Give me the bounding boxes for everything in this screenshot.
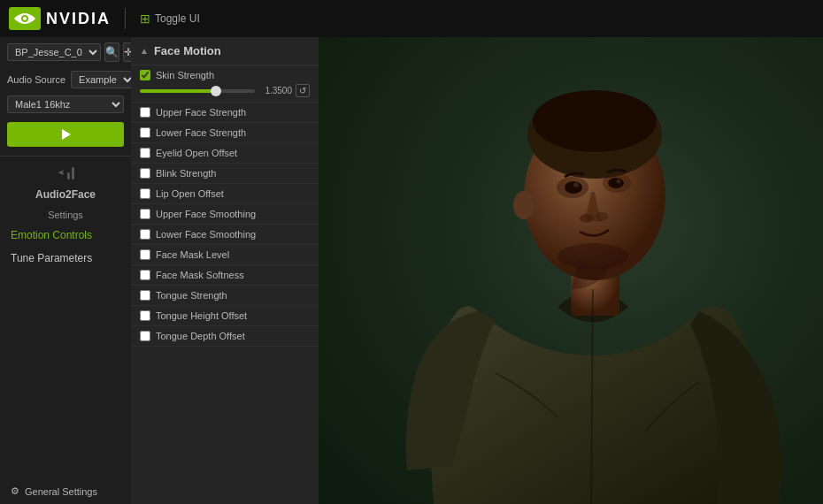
character-svg xyxy=(319,37,823,504)
face-mask-level-checkbox[interactable] xyxy=(140,249,150,260)
general-settings-row[interactable]: ⚙ General Settings xyxy=(0,478,131,504)
param-row-upper-face-strength: Upper Face Strength xyxy=(131,103,319,123)
eyelid-open-offset-checkbox[interactable] xyxy=(140,148,150,158)
lower-face-smoothing-checkbox[interactable] xyxy=(140,229,150,240)
param-row-lower-face-strength: Lower Face Strength xyxy=(131,123,319,143)
toggle-ui-button[interactable]: ⊞ Toggle UI xyxy=(140,11,200,26)
topbar-divider xyxy=(125,8,126,29)
face-mask-softness-label: Face Mask Softness xyxy=(156,270,310,280)
audio-source-select[interactable]: Example xyxy=(71,71,135,88)
tongue-height-offset-label: Tongue Height Offset xyxy=(156,310,310,321)
search-button[interactable]: 🔍 xyxy=(104,42,119,62)
blink-strength-checkbox[interactable] xyxy=(140,168,150,179)
audio-source-row: Audio Source Example xyxy=(0,67,131,92)
character-container xyxy=(319,37,823,504)
svg-point-12 xyxy=(608,178,624,188)
left-panel: BP_Jesse_C_0 🔍 ✛ Audio Source Example Ma… xyxy=(0,37,131,504)
upper-face-smoothing-label: Upper Face Smoothing xyxy=(156,209,310,219)
bp-dropdown-row: BP_Jesse_C_0 🔍 ✛ xyxy=(0,37,131,67)
character-viewport xyxy=(319,37,823,504)
skin-strength-slider[interactable] xyxy=(140,89,255,93)
topbar: NVIDIA ⊞ Toggle UI xyxy=(0,0,823,37)
param-row-lower-face-smoothing: Lower Face Smoothing xyxy=(131,225,319,245)
audio2face-title: Audio2Face xyxy=(0,183,131,206)
param-row-tongue-height-offset: Tongue Height Offset xyxy=(131,306,319,326)
blink-strength-label: Blink Strength xyxy=(156,168,310,179)
param-row-tongue-depth-offset: Tongue Depth Offset xyxy=(131,326,319,347)
gear-icon: ⚙ xyxy=(11,485,19,497)
waveform-bars xyxy=(67,164,74,179)
svg-point-14 xyxy=(617,179,621,184)
svg-marker-2 xyxy=(62,129,71,140)
svg-point-7 xyxy=(533,90,657,152)
skin-strength-top: Skin Strength xyxy=(140,70,310,80)
lip-open-offset-checkbox[interactable] xyxy=(140,188,150,199)
settings-label: Settings xyxy=(0,206,131,224)
svg-point-16 xyxy=(596,212,608,221)
svg-point-13 xyxy=(573,182,579,187)
skin-strength-label: Skin Strength xyxy=(156,70,214,80)
general-settings-label: General Settings xyxy=(25,486,97,497)
tongue-depth-offset-label: Tongue Depth Offset xyxy=(156,331,310,341)
param-row-skin-strength: Skin Strength 1.3500 ↺ xyxy=(131,65,319,103)
lower-face-smoothing-label: Lower Face Smoothing xyxy=(156,229,310,240)
upper-face-strength-checkbox[interactable] xyxy=(140,107,150,118)
param-row-eyelid-open-offset: Eyelid Open Offset xyxy=(131,143,319,164)
svg-point-15 xyxy=(580,214,594,223)
nav-emotion-controls[interactable]: Emotion Controls xyxy=(0,224,131,247)
face-mask-level-label: Face Mask Level xyxy=(156,249,310,260)
lip-open-offset-label: Lip Open Offset xyxy=(156,188,310,199)
eyelid-open-offset-label: Eyelid Open Offset xyxy=(156,148,310,158)
param-row-face-mask-softness: Face Mask Softness xyxy=(131,265,319,286)
tongue-depth-offset-checkbox[interactable] xyxy=(140,331,150,341)
wave-bar-1 xyxy=(67,172,70,179)
nvidia-title: NVIDIA xyxy=(46,10,111,28)
nvidia-logo: NVIDIA xyxy=(9,7,111,30)
nvidia-eye-icon xyxy=(12,10,38,27)
wave-bar-2 xyxy=(72,167,74,179)
play-icon xyxy=(58,127,73,141)
skin-strength-value: 1.3500 xyxy=(258,86,292,95)
nav-tune-parameters[interactable]: Tune Parameters xyxy=(0,247,131,270)
sample-rate-row: Male1 16khz xyxy=(0,92,131,117)
search-icon: 🔍 xyxy=(105,46,119,58)
nvidia-badge xyxy=(9,7,41,30)
play-button[interactable] xyxy=(7,122,124,147)
tongue-strength-label: Tongue Strength xyxy=(156,290,310,301)
collapse-arrow-icon[interactable]: ▲ xyxy=(140,46,149,56)
param-row-face-mask-level: Face Mask Level xyxy=(131,245,319,265)
param-row-upper-face-smoothing: Upper Face Smoothing xyxy=(131,204,319,225)
svg-point-8 xyxy=(513,191,535,219)
svg-point-1 xyxy=(23,17,27,20)
upper-face-strength-label: Upper Face Strength xyxy=(156,107,310,118)
collapse-arrow-left: ◄ xyxy=(57,167,65,177)
sample-rate-select[interactable]: Male1 16khz xyxy=(7,95,124,113)
skin-strength-checkbox[interactable] xyxy=(140,70,150,80)
param-row-blink-strength: Blink Strength xyxy=(131,164,319,184)
skin-strength-reset[interactable]: ↺ xyxy=(296,84,310,97)
svg-point-11 xyxy=(565,181,582,194)
toggle-ui-icon: ⊞ xyxy=(140,11,150,26)
face-motion-title: Face Motion xyxy=(154,44,221,57)
audio-source-label: Audio Source xyxy=(7,74,65,85)
waveform-row: ◄ xyxy=(0,160,131,183)
section-divider-1 xyxy=(0,156,131,157)
face-motion-header: ▲ Face Motion xyxy=(131,37,319,65)
lower-face-strength-checkbox[interactable] xyxy=(140,127,150,138)
param-row-tongue-strength: Tongue Strength xyxy=(131,286,319,306)
tongue-strength-checkbox[interactable] xyxy=(140,290,150,301)
face-motion-panel: ▲ Face Motion Skin Strength 1.3500 ↺ Upp… xyxy=(131,37,319,504)
lower-face-strength-label: Lower Face Strength xyxy=(156,127,310,138)
param-row-lip-open-offset: Lip Open Offset xyxy=(131,184,319,204)
svg-point-17 xyxy=(558,243,628,270)
bp-dropdown[interactable]: BP_Jesse_C_0 xyxy=(7,43,101,61)
toggle-ui-label: Toggle UI xyxy=(155,12,200,25)
upper-face-smoothing-checkbox[interactable] xyxy=(140,209,150,219)
tongue-height-offset-checkbox[interactable] xyxy=(140,310,150,321)
skin-strength-controls: 1.3500 ↺ xyxy=(140,84,310,97)
face-mask-softness-checkbox[interactable] xyxy=(140,270,150,280)
